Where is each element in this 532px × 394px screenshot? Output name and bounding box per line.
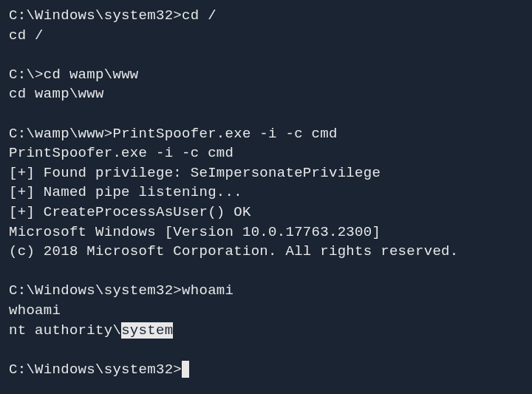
output-text: [+] Named pipe listening...	[9, 184, 242, 200]
output-text: nt authority\	[9, 322, 121, 339]
terminal-line: cd wamp\www	[9, 84, 523, 104]
highlighted-text: system	[121, 322, 173, 339]
terminal-line: [+] CreateProcessAsUser() OK	[9, 203, 523, 223]
terminal-window[interactable]: C:\Windows\system32>cd /cd /C:\>cd wamp\…	[9, 6, 523, 379]
terminal-line: C:\wamp\www>PrintSpoofer.exe -i -c cmd	[9, 124, 523, 144]
terminal-line: C:\Windows\system32>whoami	[9, 281, 523, 301]
terminal-line: (c) 2018 Microsoft Corporation. All righ…	[9, 242, 523, 262]
cursor[interactable]	[182, 361, 189, 378]
command: PrintSpoofer.exe -i -c cmd	[112, 126, 337, 142]
prompt: C:\Windows\system32>	[9, 361, 182, 378]
terminal-line	[9, 45, 523, 65]
output-text: whoami	[9, 302, 61, 319]
output-text: (c) 2018 Microsoft Corporation. All righ…	[9, 243, 459, 259]
prompt: C:\Windows\system32>	[9, 282, 182, 299]
terminal-line: [+] Named pipe listening...	[9, 183, 523, 203]
output-text: [+] Found privilege: SeImpersonatePrivil…	[9, 165, 381, 181]
command: whoami	[182, 282, 233, 299]
terminal-line: [+] Found privilege: SeImpersonatePrivil…	[9, 163, 523, 183]
terminal-line: whoami	[9, 301, 523, 321]
terminal-line: PrintSpoofer.exe -i -c cmd	[9, 143, 523, 163]
command: cd wamp\www	[44, 67, 139, 83]
prompt: C:\wamp\www>	[9, 126, 112, 142]
output-text: PrintSpoofer.exe -i -c cmd	[9, 145, 233, 161]
terminal-line: nt authority\system	[9, 321, 523, 341]
prompt: C:\>	[9, 67, 44, 83]
output-text: [+] CreateProcessAsUser() OK	[9, 204, 251, 220]
output-text: cd /	[9, 27, 44, 44]
terminal-line	[9, 104, 523, 124]
output-text: cd wamp\www	[9, 86, 104, 102]
output-text: Microsoft Windows [Version 10.0.17763.23…	[9, 224, 381, 240]
terminal-line: Microsoft Windows [Version 10.0.17763.23…	[9, 223, 523, 242]
terminal-line: C:\>cd wamp\www	[9, 65, 523, 85]
terminal-line	[9, 340, 523, 360]
prompt: C:\Windows\system32>	[9, 7, 182, 24]
command: cd /	[182, 7, 216, 24]
terminal-line	[9, 262, 523, 282]
terminal-line: cd /	[9, 26, 523, 46]
terminal-line: C:\Windows\system32>	[9, 360, 523, 380]
terminal-line: C:\Windows\system32>cd /	[9, 6, 523, 26]
